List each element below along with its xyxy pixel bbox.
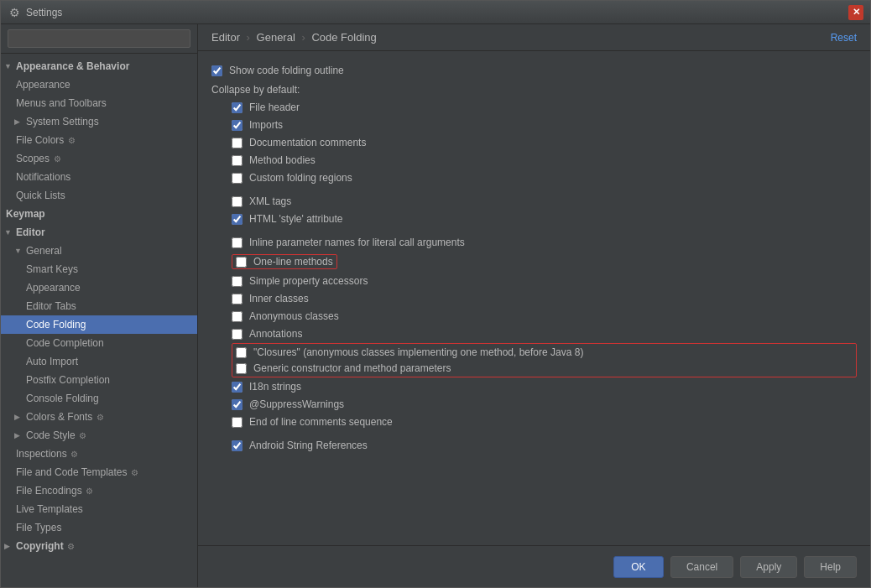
option-html-style: HTML 'style' attribute [232,211,857,227]
checkbox-one-line-methods[interactable] [236,257,247,268]
search-box [1,24,197,54]
checkbox-closures[interactable] [236,347,247,358]
sidebar-item-appearance-behavior[interactable]: ▼ Appearance & Behavior [1,57,197,75]
sidebar-item-code-style[interactable]: ▶ Code Style ⚙ [1,426,197,445]
checkbox-end-of-line[interactable] [232,417,243,428]
highlight-multi-box: "Closures" (anonymous classes implementi… [232,343,857,377]
option-inner-classes: Inner classes [232,290,857,307]
search-input[interactable] [8,29,190,48]
label-end-of-line: End of line comments sequence [249,416,393,428]
ok-button[interactable]: OK [613,556,664,578]
option-annotations: Annotations [232,325,857,342]
label-android-string: Android String References [249,440,368,451]
label-simple-property: Simple property accessors [249,275,368,287]
options-list: File header Imports Documentation commen… [211,99,857,454]
checkbox-i18n-strings[interactable] [232,382,243,393]
sidebar-item-file-types[interactable]: File Types [1,518,197,537]
checkbox-file-header[interactable] [232,102,243,113]
sidebar-item-system-settings[interactable]: ▶ System Settings [1,112,197,131]
sidebar-item-colors-fonts[interactable]: ▶ Colors & Fonts ⚙ [1,408,197,426]
settings-icon-5: ⚙ [69,448,81,460]
panel-content: Show code folding outline Collapse by de… [198,51,870,545]
sidebar-item-file-colors[interactable]: File Colors ⚙ [1,131,197,149]
checkbox-generic-constructor[interactable] [236,363,247,374]
option-generic-constructor: Generic constructor and method parameter… [232,361,856,376]
option-i18n-strings: I18n strings [232,378,857,395]
sidebar-item-live-templates[interactable]: Live Templates [1,500,197,518]
help-button[interactable]: Help [804,556,857,578]
option-imports: Imports [232,117,857,133]
sidebar-item-auto-import[interactable]: Auto Import [1,352,197,371]
apply-button[interactable]: Apply [740,556,797,578]
sidebar-item-notifications[interactable]: Notifications [1,168,197,186]
sidebar-item-file-code-templates[interactable]: File and Code Templates ⚙ [1,463,197,481]
sidebar-item-copyright[interactable]: ▶ Copyright ⚙ [1,537,197,555]
main-panel: Editor › General › Code Folding Reset Sh… [198,24,870,587]
checkbox-suppress-warnings[interactable] [232,399,243,410]
sidebar-item-code-completion[interactable]: Code Completion [1,334,197,352]
checkbox-show-code-folding[interactable] [211,65,222,76]
checkbox-xml-tags[interactable] [232,196,243,207]
breadcrumb-part-2: General [257,31,295,44]
label-suppress-warnings: @SuppressWarnings [249,398,344,410]
label-show-code-folding: Show code folding outline [229,65,344,76]
sidebar-item-inspections[interactable]: Inspections ⚙ [1,445,197,463]
cancel-button[interactable]: Cancel [670,556,733,578]
sidebar-item-file-encodings[interactable]: File Encodings ⚙ [1,481,197,500]
bottom-bar: OK Cancel Apply Help [198,545,870,587]
checkbox-inner-classes[interactable] [232,294,243,304]
sidebar: ▼ Appearance & Behavior Appearance Menus… [1,24,198,587]
sidebar-item-code-folding[interactable]: Code Folding [1,315,197,334]
label-generic-constructor: Generic constructor and method parameter… [253,362,451,374]
reset-link[interactable]: Reset [831,32,857,44]
option-file-header: File header [232,99,857,116]
checkbox-android-string[interactable] [232,440,243,451]
sidebar-item-general[interactable]: ▼ General [1,242,197,260]
checkbox-method-bodies[interactable] [232,155,243,166]
option-end-of-line: End of line comments sequence [232,414,857,430]
sidebar-item-postfix-completion[interactable]: Postfix Completion [1,371,197,389]
label-file-header: File header [249,101,300,113]
option-anonymous-classes: Anonymous classes [232,308,857,325]
breadcrumb-sep-2: › [301,31,305,44]
option-method-bodies: Method bodies [232,152,857,169]
checkbox-imports[interactable] [232,120,243,131]
sidebar-item-console-folding[interactable]: Console Folding [1,389,197,408]
sidebar-item-smart-keys[interactable]: Smart Keys [1,260,197,278]
label-one-line-methods: One-line methods [253,256,333,268]
option-simple-property: Simple property accessors [232,273,857,289]
sidebar-item-keymap[interactable]: Keymap [1,205,197,223]
sidebar-item-editor[interactable]: ▼ Editor [1,223,197,242]
label-doc-comments: Documentation comments [249,137,366,148]
option-custom-folding: Custom folding regions [232,169,857,186]
option-one-line-methods: One-line methods [232,252,857,272]
label-custom-folding: Custom folding regions [249,172,352,184]
sidebar-item-quick-lists[interactable]: Quick Lists [1,186,197,205]
checkbox-inline-param[interactable] [232,237,243,248]
label-i18n-strings: I18n strings [249,381,301,393]
settings-icon-4: ⚙ [77,429,89,441]
settings-icon-2: ⚙ [51,153,63,164]
window-title: Settings [26,7,848,18]
sidebar-item-menus-toolbars[interactable]: Menus and Toolbars [1,94,197,112]
breadcrumb-part-1: Editor [211,31,240,44]
sidebar-item-appearance[interactable]: Appearance [1,75,197,94]
option-show-code-folding: Show code folding outline [211,62,857,79]
option-suppress-warnings: @SuppressWarnings [232,396,857,413]
spacer-2 [232,228,857,233]
sidebar-item-editor-tabs[interactable]: Editor Tabs [1,297,197,315]
label-annotations: Annotations [249,328,302,340]
checkbox-annotations[interactable] [232,329,243,340]
settings-icon-8: ⚙ [65,540,77,552]
sidebar-item-scopes[interactable]: Scopes ⚙ [1,149,197,168]
checkbox-html-style[interactable] [232,214,243,225]
breadcrumb-sep-1: › [247,31,250,44]
sidebar-item-appearance-editor[interactable]: Appearance [1,278,197,297]
close-button[interactable]: ✕ [848,5,863,20]
checkbox-anonymous-classes[interactable] [232,311,243,322]
titlebar: ⚙ Settings ✕ [1,1,870,24]
checkbox-simple-property[interactable] [232,276,243,287]
label-anonymous-classes: Anonymous classes [249,310,339,322]
checkbox-custom-folding[interactable] [232,173,243,184]
checkbox-doc-comments[interactable] [232,138,243,148]
